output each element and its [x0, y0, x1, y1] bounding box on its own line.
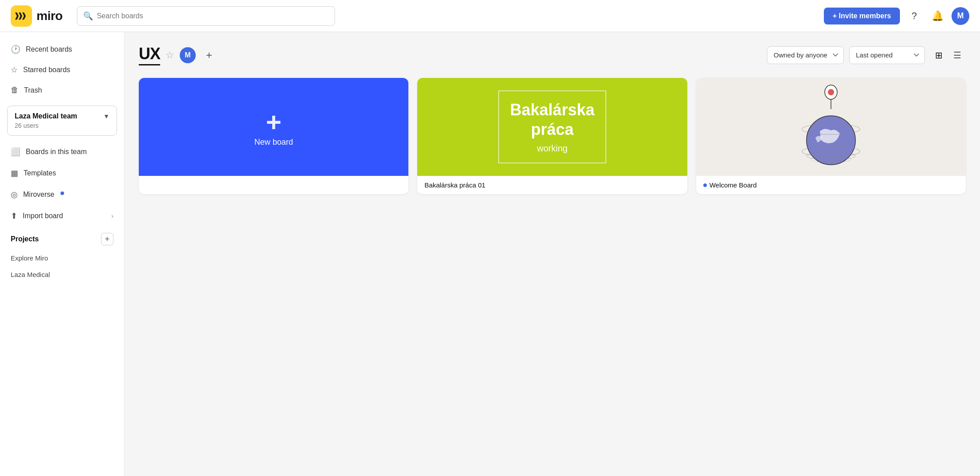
baka-title-line1: Bakalárska — [510, 100, 594, 119]
main-content: UX ☆ M + Owned by anyone Last opened ⊞ ☰ — [125, 32, 980, 476]
globe-illustration — [791, 82, 871, 171]
boards-icon: ⬜ — [11, 147, 20, 157]
baka-thumbnail: Bakalárska práca working — [417, 78, 687, 176]
welcome-thumbnail — [696, 78, 966, 176]
view-toggle: ⊞ ☰ — [930, 47, 966, 64]
board-title: UX — [139, 45, 160, 65]
sidebar: 🕐 Recent boards ☆ Starred boards 🗑 Trash… — [0, 32, 125, 476]
bakalarska-praca-card[interactable]: Bakalárska práca working Bakalárska prác… — [417, 78, 687, 194]
sidebar-item-trash[interactable]: 🗑 Trash — [0, 80, 124, 100]
notifications-button[interactable]: 🔔 — [928, 7, 946, 25]
baka-subtitle: working — [510, 143, 594, 154]
chevron-down-icon: ▼ — [103, 113, 109, 120]
star-icon: ☆ — [11, 65, 18, 75]
search-input[interactable] — [77, 6, 335, 26]
miroverse-notification-dot — [60, 191, 64, 195]
sidebar-item-import-board[interactable]: ⬆ Import board › — [0, 205, 124, 227]
new-board-thumbnail: + New board — [139, 78, 408, 176]
board-active-dot — [703, 183, 707, 187]
svg-point-2 — [828, 89, 834, 95]
invite-members-button[interactable]: + Invite members — [824, 8, 900, 24]
sidebar-item-label: Templates — [24, 169, 56, 177]
list-view-button[interactable]: ☰ — [949, 47, 966, 64]
sort-filter[interactable]: Last opened — [849, 46, 925, 64]
board-filters: Owned by anyone Last opened ⊞ ☰ — [767, 46, 966, 64]
clock-icon: 🕐 — [11, 45, 20, 54]
sidebar-link-laza-medical[interactable]: Laza Medical — [0, 266, 124, 283]
baka-label-text: Bakalárska práca 01 — [424, 181, 485, 189]
welcome-card-label: Welcome Board — [696, 176, 966, 194]
main-layout: 🕐 Recent boards ☆ Starred boards 🗑 Trash… — [0, 32, 980, 476]
sidebar-item-templates[interactable]: ▦ Templates — [0, 163, 124, 184]
sidebar-item-boards-in-team[interactable]: ⬜ Boards in this team — [0, 141, 124, 163]
templates-icon: ▦ — [11, 168, 18, 178]
sidebar-item-label: Miroverse — [23, 191, 54, 199]
board-star-icon[interactable]: ☆ — [165, 49, 174, 61]
team-header: Laza Medical team ▼ — [15, 112, 109, 120]
logo-area: miro — [11, 5, 63, 27]
miro-logo-icon — [11, 5, 32, 27]
team-users: 26 users — [15, 122, 109, 129]
baka-card-label: Bakalárska práca 01 — [417, 176, 687, 194]
projects-label: Projects — [11, 235, 39, 243]
sidebar-item-label: Trash — [24, 86, 42, 94]
search-icon: 🔍 — [83, 11, 93, 21]
team-name: Laza Medical team — [15, 112, 77, 120]
sidebar-item-miroverse[interactable]: ◎ Miroverse — [0, 184, 124, 205]
sidebar-item-recent-boards[interactable]: 🕐 Recent boards — [0, 39, 124, 60]
grid-view-button[interactable]: ⊞ — [930, 47, 947, 64]
sidebar-item-label: Recent boards — [26, 45, 72, 53]
board-header: UX ☆ M + Owned by anyone Last opened ⊞ ☰ — [139, 45, 966, 65]
baka-title-line2: práca — [510, 120, 594, 139]
trash-icon: 🗑 — [11, 85, 19, 95]
sidebar-item-label: Boards in this team — [26, 148, 87, 156]
baka-inner: Bakalárska práca working — [498, 90, 606, 163]
projects-header: Projects + — [0, 227, 124, 250]
sidebar-item-starred-boards[interactable]: ☆ Starred boards — [0, 60, 124, 80]
add-member-button[interactable]: + — [201, 47, 217, 63]
search-bar: 🔍 — [77, 6, 335, 26]
sidebar-item-label: Import board — [23, 212, 63, 220]
chevron-right-icon: › — [111, 212, 113, 220]
team-section[interactable]: Laza Medical team ▼ 26 users — [7, 106, 117, 136]
new-board-card[interactable]: + New board — [139, 78, 408, 194]
welcome-board-card[interactable]: Welcome Board — [696, 78, 966, 194]
boards-grid: + New board Bakalárska práca working — [139, 78, 966, 194]
owner-filter[interactable]: Owned by anyone — [767, 46, 844, 64]
new-board-label: New board — [254, 138, 293, 147]
user-avatar[interactable]: M — [952, 7, 969, 25]
sidebar-item-label: Starred boards — [23, 66, 70, 74]
help-button[interactable]: ? — [905, 7, 923, 25]
logo-text: miro — [36, 9, 63, 23]
miroverse-icon: ◎ — [11, 190, 18, 199]
add-project-button[interactable]: + — [101, 233, 113, 245]
import-icon: ⬆ — [11, 211, 17, 221]
plus-icon: + — [266, 107, 282, 138]
baka-content: Bakalárska práca working — [417, 78, 687, 176]
header-right: + Invite members ? 🔔 M — [824, 7, 969, 25]
board-user-avatar[interactable]: M — [180, 47, 196, 63]
welcome-label-text: Welcome Board — [710, 181, 757, 189]
sidebar-link-explore-miro[interactable]: Explore Miro — [0, 250, 124, 266]
app-header: miro 🔍 + Invite members ? 🔔 M — [0, 0, 980, 32]
